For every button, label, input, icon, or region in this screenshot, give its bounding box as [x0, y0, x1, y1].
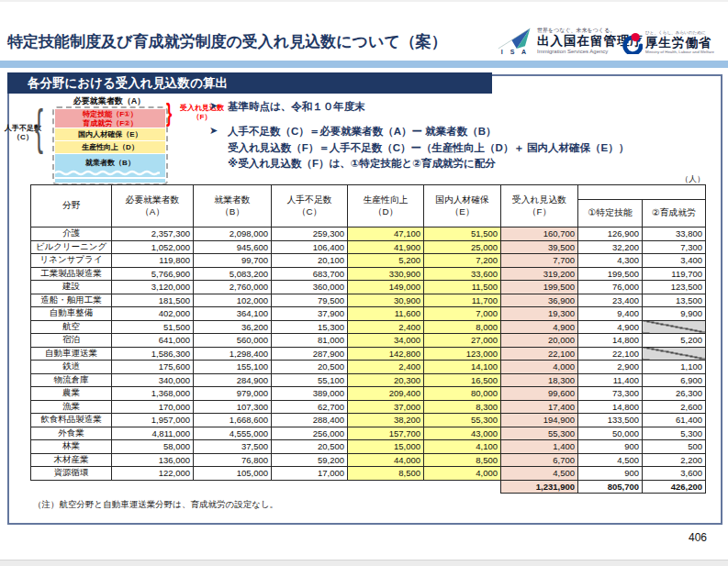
value-cell: 360,000	[272, 281, 348, 294]
value-cell: 37,900	[272, 307, 348, 321]
value-cell: 1,052,000	[112, 240, 194, 254]
value-cell: 256,000	[272, 427, 348, 440]
value-cell: 19,300	[501, 307, 578, 321]
value-cell: 402,000	[112, 307, 194, 321]
value-cell: 389,000	[272, 387, 348, 401]
field-cell: 林業	[31, 440, 112, 454]
table-row: 資源循環122,000105,00017,0008,5004,0004,5009…	[31, 467, 706, 481]
value-cell: 979,000	[194, 387, 272, 401]
value-cell: 76,800	[194, 453, 272, 467]
value-cell: 38,200	[348, 414, 424, 427]
col-header-e: 国内人材確保（E）	[424, 185, 501, 228]
field-cell: 宿泊	[31, 334, 112, 348]
table-row: 林業58,00037,50020,50015,0004,1001,4009005…	[31, 440, 706, 454]
value-cell: 1,957,000	[112, 414, 194, 427]
value-cell: 1,298,400	[194, 347, 272, 361]
value-cell: 11,500	[424, 281, 501, 294]
value-cell: 683,700	[272, 267, 348, 281]
value-cell: 62,700	[272, 400, 348, 414]
value-cell: 123,500	[643, 281, 706, 294]
mhlw-org-name: 厚生労働省	[645, 36, 714, 50]
value-cell: 79,500	[272, 294, 348, 307]
mhlw-logo: ひと、くらし、みらいのために 厚生労働省 Ministry of Health,…	[621, 30, 714, 55]
bullet-2: 人手不足数（C）＝必要就業者数（A）ー 就業者数（B） 受入れ見込数（F）＝人手…	[228, 124, 629, 172]
value-cell: 6,900	[643, 373, 706, 387]
value-cell: 119,700	[643, 267, 706, 281]
value-cell: 34,000	[348, 334, 424, 348]
col-header-f: 受入れ見込数（F）	[501, 185, 578, 228]
col-header-ikusei: ②育成就労	[643, 200, 706, 228]
value-cell: 37,500	[194, 440, 272, 454]
value-cell: 20,500	[272, 361, 348, 374]
value-cell: 5,200	[348, 254, 424, 268]
value-cell: 4,900	[578, 320, 643, 334]
value-cell: 160,700	[501, 228, 578, 241]
field-cell: リネンサプライ	[31, 254, 112, 268]
total-ikusei-cell: 426,200	[643, 480, 706, 494]
value-cell: 18,300	[501, 373, 578, 387]
value-cell: 14,800	[578, 334, 643, 348]
value-cell: 175,600	[112, 361, 194, 374]
value-cell: 55,300	[424, 414, 501, 427]
value-cell: 22,100	[578, 347, 643, 361]
value-cell: 1,100	[643, 361, 706, 374]
value-cell: 8,300	[424, 400, 501, 414]
value-cell: 123,000	[424, 347, 501, 361]
value-cell: 259,300	[272, 228, 348, 241]
value-cell: 1,668,600	[194, 414, 272, 427]
table-row: 自動車運送業1,586,3001,298,400287,900142,80012…	[31, 347, 706, 361]
value-cell: 560,000	[194, 334, 272, 348]
title-underline-band	[0, 61, 728, 68]
value-cell: 17,000	[272, 467, 348, 481]
value-cell: 500	[643, 440, 706, 454]
value-cell: 4,811,000	[112, 427, 194, 440]
field-cell: 外食業	[31, 427, 112, 440]
value-cell: 2,600	[643, 400, 706, 414]
field-cell: 工業製品製造業	[31, 267, 112, 281]
value-cell: 330,900	[348, 267, 424, 281]
value-cell: 15,300	[272, 320, 348, 334]
right-brace: }	[166, 101, 172, 126]
diagram-stack: 特定技能（F①） 育成就労（F②） 国内人材確保（E） 生産性向上（D） 就業者…	[52, 106, 168, 185]
field-cell: 農業	[31, 387, 112, 401]
value-cell: 1,586,300	[112, 347, 194, 361]
value-cell: 3,600	[643, 467, 706, 481]
value-cell: 14,100	[424, 361, 501, 374]
value-cell: 9,400	[578, 307, 643, 321]
value-cell: 945,600	[194, 240, 272, 254]
value-cell: 26,300	[643, 387, 706, 401]
value-cell: 2,098,000	[194, 228, 272, 241]
value-cell: 1,368,000	[112, 387, 194, 401]
diagram-box-d: 生産性向上（D）	[55, 141, 165, 153]
table-note: （注）航空分野と自動車運送業分野は、育成就労の設定なし。	[33, 499, 278, 511]
value-cell: 4,300	[578, 254, 643, 268]
value-cell: 5,300	[643, 427, 706, 440]
field-cell: 木材産業	[31, 453, 112, 467]
isa-plane-icon	[497, 27, 533, 50]
value-cell: 81,000	[272, 334, 348, 348]
table-row: 建設3,120,0002,760,000360,000149,00011,500…	[31, 281, 706, 294]
value-cell: 157,700	[348, 427, 424, 440]
formula-line-1: 人手不足数（C）＝必要就業者数（A）ー 就業者数（B）	[228, 124, 629, 140]
field-cell: 建設	[31, 281, 112, 294]
value-cell: 99,700	[194, 254, 272, 268]
field-cell: 航空	[31, 320, 112, 334]
field-cell: 造船・舶用工業	[31, 294, 112, 307]
value-cell: 181,500	[112, 294, 194, 307]
value-cell: 55,100	[272, 373, 348, 387]
value-cell: 284,900	[194, 373, 272, 387]
total-empty-cell	[31, 480, 501, 494]
diagram-box-f2-label: 育成就労（F②）	[83, 119, 138, 128]
value-cell: 80,000	[424, 387, 501, 401]
value-cell: 17,400	[501, 400, 578, 414]
table-header-row: 分野 必要就業者数（A） 就業者数（B） 人手不足数（C） 生産性向上（D） 国…	[31, 185, 706, 200]
value-cell: 641,000	[112, 334, 194, 348]
col-header-f-strip	[578, 185, 706, 200]
isa-plane: I S A	[497, 27, 533, 55]
table-row: リネンサプライ119,80099,70020,1005,2007,2007,70…	[31, 254, 706, 268]
value-cell: 6,700	[501, 453, 578, 467]
field-cell: 物流倉庫	[31, 373, 112, 387]
value-cell: 4,100	[424, 440, 501, 454]
table-row: 鉄道175,600155,10020,5002,40014,1004,0002,…	[31, 361, 706, 374]
diagram-label-f: 受入れ見込数（F）	[174, 104, 230, 122]
